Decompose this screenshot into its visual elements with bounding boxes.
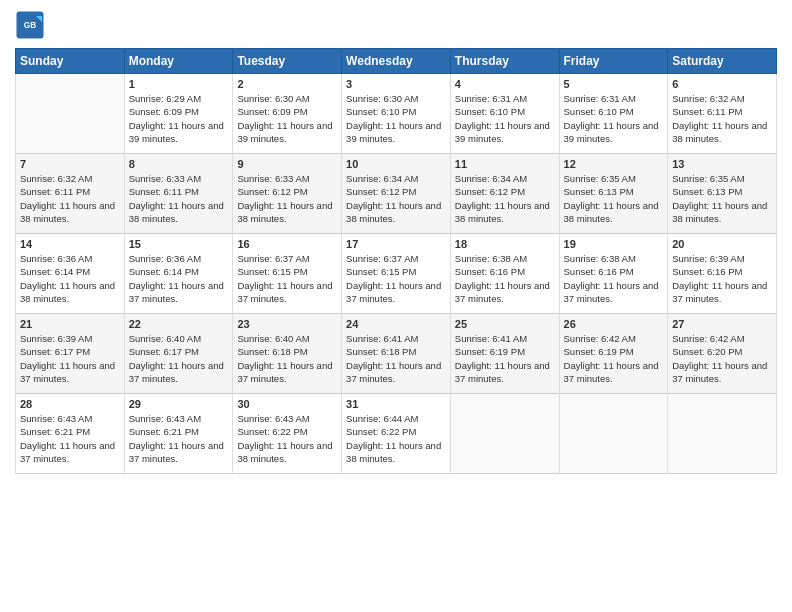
calendar-cell: 16Sunrise: 6:37 AMSunset: 6:15 PMDayligh… xyxy=(233,234,342,314)
calendar-cell: 2Sunrise: 6:30 AMSunset: 6:09 PMDaylight… xyxy=(233,74,342,154)
calendar-cell: 11Sunrise: 6:34 AMSunset: 6:12 PMDayligh… xyxy=(450,154,559,234)
header-row: SundayMondayTuesdayWednesdayThursdayFrid… xyxy=(16,49,777,74)
cell-info: Sunrise: 6:36 AMSunset: 6:14 PMDaylight:… xyxy=(20,252,120,305)
calendar-cell: 24Sunrise: 6:41 AMSunset: 6:18 PMDayligh… xyxy=(342,314,451,394)
calendar-header: SundayMondayTuesdayWednesdayThursdayFrid… xyxy=(16,49,777,74)
day-number: 6 xyxy=(672,78,772,90)
calendar-table: SundayMondayTuesdayWednesdayThursdayFrid… xyxy=(15,48,777,474)
header: GB xyxy=(15,10,777,40)
cell-info: Sunrise: 6:42 AMSunset: 6:19 PMDaylight:… xyxy=(564,332,664,385)
day-number: 28 xyxy=(20,398,120,410)
calendar-cell: 21Sunrise: 6:39 AMSunset: 6:17 PMDayligh… xyxy=(16,314,125,394)
calendar-cell: 5Sunrise: 6:31 AMSunset: 6:10 PMDaylight… xyxy=(559,74,668,154)
calendar-cell: 30Sunrise: 6:43 AMSunset: 6:22 PMDayligh… xyxy=(233,394,342,474)
week-row-1: 7Sunrise: 6:32 AMSunset: 6:11 PMDaylight… xyxy=(16,154,777,234)
cell-info: Sunrise: 6:44 AMSunset: 6:22 PMDaylight:… xyxy=(346,412,446,465)
day-number: 2 xyxy=(237,78,337,90)
cell-info: Sunrise: 6:40 AMSunset: 6:17 PMDaylight:… xyxy=(129,332,229,385)
cell-info: Sunrise: 6:36 AMSunset: 6:14 PMDaylight:… xyxy=(129,252,229,305)
cell-info: Sunrise: 6:32 AMSunset: 6:11 PMDaylight:… xyxy=(20,172,120,225)
calendar-cell xyxy=(559,394,668,474)
calendar-cell: 22Sunrise: 6:40 AMSunset: 6:17 PMDayligh… xyxy=(124,314,233,394)
calendar-cell: 1Sunrise: 6:29 AMSunset: 6:09 PMDaylight… xyxy=(124,74,233,154)
cell-info: Sunrise: 6:41 AMSunset: 6:19 PMDaylight:… xyxy=(455,332,555,385)
day-number: 10 xyxy=(346,158,446,170)
calendar-cell: 27Sunrise: 6:42 AMSunset: 6:20 PMDayligh… xyxy=(668,314,777,394)
day-number: 22 xyxy=(129,318,229,330)
cell-info: Sunrise: 6:33 AMSunset: 6:11 PMDaylight:… xyxy=(129,172,229,225)
day-number: 19 xyxy=(564,238,664,250)
calendar-cell: 18Sunrise: 6:38 AMSunset: 6:16 PMDayligh… xyxy=(450,234,559,314)
day-number: 12 xyxy=(564,158,664,170)
cell-info: Sunrise: 6:39 AMSunset: 6:17 PMDaylight:… xyxy=(20,332,120,385)
cell-info: Sunrise: 6:43 AMSunset: 6:21 PMDaylight:… xyxy=(129,412,229,465)
day-number: 21 xyxy=(20,318,120,330)
calendar-cell: 7Sunrise: 6:32 AMSunset: 6:11 PMDaylight… xyxy=(16,154,125,234)
calendar-cell: 4Sunrise: 6:31 AMSunset: 6:10 PMDaylight… xyxy=(450,74,559,154)
cell-info: Sunrise: 6:42 AMSunset: 6:20 PMDaylight:… xyxy=(672,332,772,385)
calendar-cell: 29Sunrise: 6:43 AMSunset: 6:21 PMDayligh… xyxy=(124,394,233,474)
header-cell-saturday: Saturday xyxy=(668,49,777,74)
day-number: 30 xyxy=(237,398,337,410)
calendar-cell: 23Sunrise: 6:40 AMSunset: 6:18 PMDayligh… xyxy=(233,314,342,394)
cell-info: Sunrise: 6:37 AMSunset: 6:15 PMDaylight:… xyxy=(237,252,337,305)
cell-info: Sunrise: 6:43 AMSunset: 6:21 PMDaylight:… xyxy=(20,412,120,465)
day-number: 16 xyxy=(237,238,337,250)
day-number: 13 xyxy=(672,158,772,170)
cell-info: Sunrise: 6:31 AMSunset: 6:10 PMDaylight:… xyxy=(564,92,664,145)
day-number: 25 xyxy=(455,318,555,330)
week-row-2: 14Sunrise: 6:36 AMSunset: 6:14 PMDayligh… xyxy=(16,234,777,314)
day-number: 8 xyxy=(129,158,229,170)
calendar-cell: 19Sunrise: 6:38 AMSunset: 6:16 PMDayligh… xyxy=(559,234,668,314)
calendar-cell: 3Sunrise: 6:30 AMSunset: 6:10 PMDaylight… xyxy=(342,74,451,154)
header-cell-wednesday: Wednesday xyxy=(342,49,451,74)
cell-info: Sunrise: 6:41 AMSunset: 6:18 PMDaylight:… xyxy=(346,332,446,385)
day-number: 24 xyxy=(346,318,446,330)
cell-info: Sunrise: 6:39 AMSunset: 6:16 PMDaylight:… xyxy=(672,252,772,305)
calendar-cell: 14Sunrise: 6:36 AMSunset: 6:14 PMDayligh… xyxy=(16,234,125,314)
day-number: 31 xyxy=(346,398,446,410)
cell-info: Sunrise: 6:43 AMSunset: 6:22 PMDaylight:… xyxy=(237,412,337,465)
calendar-cell: 13Sunrise: 6:35 AMSunset: 6:13 PMDayligh… xyxy=(668,154,777,234)
cell-info: Sunrise: 6:38 AMSunset: 6:16 PMDaylight:… xyxy=(564,252,664,305)
cell-info: Sunrise: 6:32 AMSunset: 6:11 PMDaylight:… xyxy=(672,92,772,145)
day-number: 15 xyxy=(129,238,229,250)
day-number: 29 xyxy=(129,398,229,410)
day-number: 3 xyxy=(346,78,446,90)
calendar-page: GB SundayMondayTuesdayWednesdayThursdayF… xyxy=(0,0,792,612)
calendar-cell: 20Sunrise: 6:39 AMSunset: 6:16 PMDayligh… xyxy=(668,234,777,314)
cell-info: Sunrise: 6:33 AMSunset: 6:12 PMDaylight:… xyxy=(237,172,337,225)
calendar-cell xyxy=(16,74,125,154)
cell-info: Sunrise: 6:40 AMSunset: 6:18 PMDaylight:… xyxy=(237,332,337,385)
day-number: 1 xyxy=(129,78,229,90)
calendar-cell: 26Sunrise: 6:42 AMSunset: 6:19 PMDayligh… xyxy=(559,314,668,394)
cell-info: Sunrise: 6:38 AMSunset: 6:16 PMDaylight:… xyxy=(455,252,555,305)
calendar-cell xyxy=(450,394,559,474)
day-number: 4 xyxy=(455,78,555,90)
header-cell-monday: Monday xyxy=(124,49,233,74)
week-row-4: 28Sunrise: 6:43 AMSunset: 6:21 PMDayligh… xyxy=(16,394,777,474)
calendar-cell: 10Sunrise: 6:34 AMSunset: 6:12 PMDayligh… xyxy=(342,154,451,234)
calendar-cell: 31Sunrise: 6:44 AMSunset: 6:22 PMDayligh… xyxy=(342,394,451,474)
day-number: 5 xyxy=(564,78,664,90)
day-number: 9 xyxy=(237,158,337,170)
cell-info: Sunrise: 6:29 AMSunset: 6:09 PMDaylight:… xyxy=(129,92,229,145)
svg-text:GB: GB xyxy=(24,21,36,30)
day-number: 20 xyxy=(672,238,772,250)
cell-info: Sunrise: 6:30 AMSunset: 6:09 PMDaylight:… xyxy=(237,92,337,145)
day-number: 7 xyxy=(20,158,120,170)
header-cell-friday: Friday xyxy=(559,49,668,74)
cell-info: Sunrise: 6:35 AMSunset: 6:13 PMDaylight:… xyxy=(672,172,772,225)
header-cell-sunday: Sunday xyxy=(16,49,125,74)
header-cell-tuesday: Tuesday xyxy=(233,49,342,74)
logo-icon: GB xyxy=(15,10,45,40)
week-row-3: 21Sunrise: 6:39 AMSunset: 6:17 PMDayligh… xyxy=(16,314,777,394)
calendar-cell: 25Sunrise: 6:41 AMSunset: 6:19 PMDayligh… xyxy=(450,314,559,394)
cell-info: Sunrise: 6:34 AMSunset: 6:12 PMDaylight:… xyxy=(346,172,446,225)
cell-info: Sunrise: 6:37 AMSunset: 6:15 PMDaylight:… xyxy=(346,252,446,305)
cell-info: Sunrise: 6:35 AMSunset: 6:13 PMDaylight:… xyxy=(564,172,664,225)
day-number: 11 xyxy=(455,158,555,170)
calendar-cell: 6Sunrise: 6:32 AMSunset: 6:11 PMDaylight… xyxy=(668,74,777,154)
calendar-cell: 17Sunrise: 6:37 AMSunset: 6:15 PMDayligh… xyxy=(342,234,451,314)
day-number: 26 xyxy=(564,318,664,330)
